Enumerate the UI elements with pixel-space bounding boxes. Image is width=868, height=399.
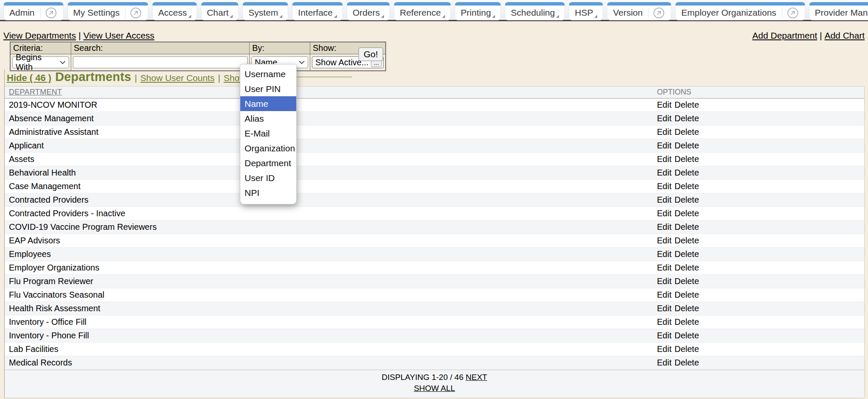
delete-link[interactable]: Delete [674,209,699,218]
nav-tab-my-settings[interactable]: My Settings [67,2,149,20]
department-column-header[interactable]: DEPARTMENT [9,88,62,96]
table-row: COVID-19 Vaccine Program Reviewers EditD… [5,220,865,234]
delete-link[interactable]: Delete [674,249,699,259]
delete-link[interactable]: Delete [674,317,699,326]
edit-link[interactable]: Edit [657,276,671,286]
edit-link[interactable]: Edit [657,181,671,191]
by-option-e-mail[interactable]: E-Mail [240,126,296,141]
by-option-name[interactable]: Name [240,96,296,111]
nav-tab-label: My Settings [73,8,120,18]
edit-link[interactable]: Edit [657,344,671,354]
edit-link[interactable]: Edit [657,114,671,123]
delete-link[interactable]: Delete [674,344,699,354]
delete-link[interactable]: Delete [674,141,699,150]
delete-link[interactable]: Delete [674,181,699,191]
nav-tab-reference[interactable]: Reference [394,2,451,20]
delete-link[interactable]: Delete [674,358,699,367]
nav-tab-access[interactable]: Access [152,2,197,20]
edit-link[interactable]: Edit [657,127,671,137]
delete-link[interactable]: Delete [674,154,699,164]
nav-tab-provider-management[interactable]: Provider Management [809,2,868,20]
add-department-link[interactable]: Add Department [752,31,817,40]
next-link[interactable]: NEXT [466,373,487,382]
nav-tab-label: HSP [575,8,593,18]
delete-link[interactable]: Delete [674,304,699,313]
by-option-username[interactable]: Username [240,67,296,81]
show-user-counts-link[interactable]: Show User Counts [140,73,214,83]
external-link-icon[interactable] [782,7,799,19]
edit-link[interactable]: Edit [657,168,671,177]
delete-link[interactable]: Delete [674,127,699,137]
view-departments-link[interactable]: View Departments [3,31,76,40]
delete-link[interactable]: Delete [674,290,699,299]
view-user-access-link[interactable]: View User Access [83,31,155,40]
nav-tab-interface[interactable]: Interface [292,2,343,20]
pager: DISPLAYING 1-20 / 46 NEXT SHOW ALL [5,370,865,398]
hide-count-link[interactable]: Hide ( 46 ) [7,73,51,84]
department-cell: 2019-NCOV MONITOR [5,98,653,112]
edit-link[interactable]: Edit [657,222,671,232]
by-option-user-id[interactable]: User ID [240,170,296,185]
options-cell: EditDelete [653,220,865,234]
edit-link[interactable]: Edit [657,141,671,150]
nav-tab-printing[interactable]: Printing [455,2,501,20]
nav-tab-employer-organizations[interactable]: Employer Organizations [675,2,805,20]
delete-link[interactable]: Delete [674,263,699,272]
nav-tab-label: System [248,8,278,18]
menu-arrow-icon [188,15,191,18]
nav-tab-system[interactable]: System [242,2,288,20]
search-input[interactable] [73,56,248,68]
department-cell: Absence Management [5,112,653,126]
departments-title: Departments [55,70,131,84]
departments-section: Hide ( 46 ) Departments | Show User Coun… [4,70,865,398]
nav-tab-version[interactable]: Version [607,2,671,20]
nav-tab-scheduling[interactable]: Scheduling [505,2,565,20]
menu-arrow-icon [230,15,233,18]
delete-link[interactable]: Delete [674,222,699,232]
edit-link[interactable]: Edit [657,263,671,272]
menu-arrow-icon [556,15,559,18]
by-option-user-pin[interactable]: User PIN [240,81,296,96]
edit-link[interactable]: Edit [657,358,671,367]
options-cell: EditDelete [653,261,865,275]
admin-departments-page: { "ui": { "separator": "|" }, "colors": … [0,0,868,399]
options-cell: EditDelete [653,356,865,370]
edit-link[interactable]: Edit [657,304,671,313]
edit-link[interactable]: Edit [657,154,671,164]
delete-link[interactable]: Delete [674,114,699,123]
delete-link[interactable]: Delete [674,195,699,204]
delete-link[interactable]: Delete [674,236,699,245]
edit-link[interactable]: Edit [657,317,671,326]
edit-link[interactable]: Edit [657,331,671,340]
edit-link[interactable]: Edit [657,290,671,299]
by-option-organization[interactable]: Organization [240,141,296,156]
delete-link[interactable]: Delete [674,331,699,340]
show-all-link[interactable]: SHOW ALL [414,384,455,393]
by-option-alias[interactable]: Alias [240,111,296,126]
nav-tab-admin[interactable]: Admin [3,2,64,20]
delete-link[interactable]: Delete [674,100,699,109]
table-row: Health Risk Assessment EditDelete [5,302,865,315]
external-link-icon[interactable] [648,7,665,19]
delete-link[interactable]: Delete [674,276,699,286]
nav-tab-orders[interactable]: Orders [347,2,390,20]
by-option-npi[interactable]: NPI [240,185,296,200]
criteria-select[interactable]: Begins With [12,56,69,68]
edit-link[interactable]: Edit [657,249,671,259]
chevron-down-icon [299,61,305,64]
nav-tab-hsp[interactable]: HSP [569,2,603,20]
edit-link[interactable]: Edit [657,195,671,204]
department-cell: Assets [5,153,653,166]
edit-link[interactable]: Edit [657,100,671,109]
external-link-icon[interactable] [125,7,142,19]
delete-link[interactable]: Delete [674,168,699,177]
add-chart-link[interactable]: Add Chart [824,31,865,40]
nav-tab-chart[interactable]: Chart [201,2,239,20]
edit-link[interactable]: Edit [657,236,671,245]
department-table: DEPARTMENT OPTIONS 2019-NCOV MONITOR Edi… [5,86,865,370]
external-link-icon[interactable] [41,7,58,19]
go-button[interactable]: Go! [359,47,383,61]
edit-link[interactable]: Edit [657,209,671,218]
table-row: Employer Organizations EditDelete [5,261,865,275]
by-option-department[interactable]: Department [240,156,296,170]
